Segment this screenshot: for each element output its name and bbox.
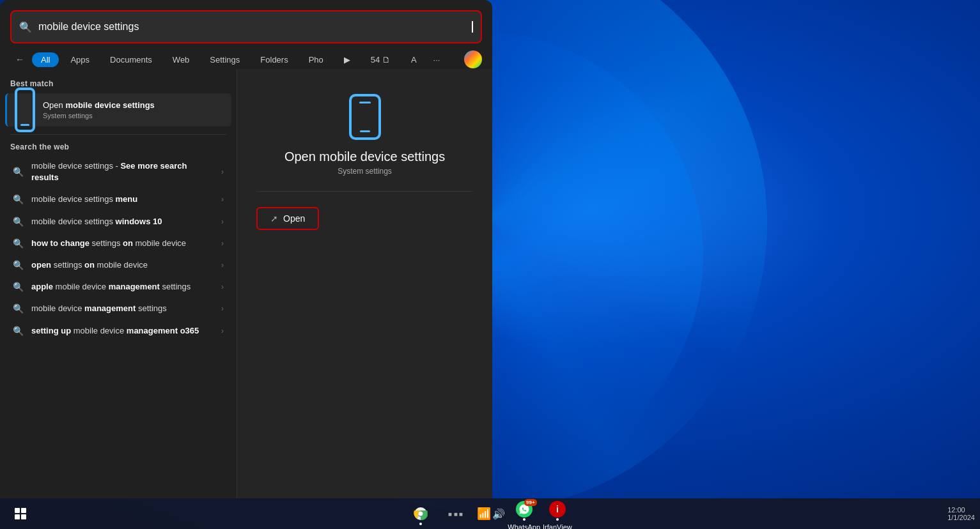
web-search-item-1[interactable]: 🔍 mobile device settings - See more sear… <box>3 155 234 188</box>
search-icon: 🔍 <box>19 21 32 33</box>
tab-documents[interactable]: Documents <box>101 52 161 67</box>
chevron-icon-3: › <box>221 217 224 226</box>
best-match-title-bold: mobile device settings <box>65 100 154 110</box>
svg-text:i: i <box>556 504 559 514</box>
bing-icon <box>464 50 482 68</box>
chevron-icon-2: › <box>221 195 224 204</box>
tab-a[interactable]: A <box>402 52 426 67</box>
tab-folders[interactable]: Folders <box>251 52 297 67</box>
irfanview-label: IrfanView <box>543 523 572 529</box>
search-web-label: Search the web <box>0 142 237 155</box>
result-icon <box>343 95 387 139</box>
taskbar-indicator <box>556 518 559 521</box>
text-cursor <box>472 21 473 33</box>
taskbar-whatsapp[interactable]: 99+ WhatsApp <box>508 496 540 529</box>
web-search-icon-2: 🔍 <box>13 194 24 204</box>
result-subtitle: System settings <box>338 167 392 176</box>
web-search-icon-3: 🔍 <box>13 217 24 227</box>
start-button[interactable] <box>8 501 33 526</box>
taskbar-right: 12:001/1/2024 <box>947 506 975 521</box>
more-button[interactable]: ··· <box>428 52 446 67</box>
open-label: Open <box>283 213 305 224</box>
chevron-icon-5: › <box>221 261 224 270</box>
chevron-icon-7: › <box>221 304 224 313</box>
web-search-item-4[interactable]: 🔍 how to change settings on mobile devic… <box>3 233 234 254</box>
web-search-text-1: mobile device settings - See more search… <box>31 160 214 183</box>
windows-logo-icon <box>15 508 26 519</box>
tab-all[interactable]: All <box>32 52 59 67</box>
clock: 12:001/1/2024 <box>947 506 975 521</box>
web-search-icon-7: 🔍 <box>13 303 24 314</box>
web-search-item-2[interactable]: 🔍 mobile device settings menu › <box>3 188 234 210</box>
whatsapp-badge: 99+ <box>524 499 537 506</box>
web-search-text-3: mobile device settings windows 10 <box>31 216 214 227</box>
tab-pho[interactable]: Pho <box>300 52 332 67</box>
web-search-icon-5: 🔍 <box>13 260 24 270</box>
web-search-icon-1: 🔍 <box>13 167 24 177</box>
back-button[interactable]: ← <box>10 50 29 69</box>
tab-apps[interactable]: Apps <box>61 52 98 67</box>
filter-tabs-bar: ← All Apps Documents Web Settings Folder… <box>0 43 492 69</box>
web-search-text-4: how to change settings on mobile device <box>31 238 214 249</box>
result-title: Open mobile device settings <box>284 150 445 164</box>
web-search-item-8[interactable]: 🔍 setting up mobile device management o3… <box>3 320 234 342</box>
taskbar-chrome[interactable] <box>408 501 433 526</box>
best-match-label: Best match <box>0 79 237 93</box>
web-search-item-3[interactable]: 🔍 mobile device settings windows 10 › <box>3 211 234 233</box>
divider-1 <box>10 134 226 135</box>
web-search-item-6[interactable]: 🔍 apple mobile device management setting… <box>3 276 234 298</box>
web-search-text-7: mobile device management settings <box>31 303 214 314</box>
search-input[interactable]: mobile device settings <box>38 21 465 33</box>
best-match-subtitle: System settings <box>43 112 224 119</box>
chevron-icon-1: › <box>221 167 224 176</box>
tab-web[interactable]: Web <box>164 52 199 67</box>
web-search-text-8: setting up mobile device management o365 <box>31 325 214 337</box>
web-search-text-2: mobile device settings menu <box>31 194 214 205</box>
taskbar-irfanview[interactable]: i IrfanView <box>543 496 572 529</box>
taskbar-center: ■ ■ ■ 📶 🔊 99+ WhatsApp <box>408 496 572 529</box>
open-icon: ➚ <box>270 213 278 224</box>
tab-play[interactable]: ▶ <box>335 52 359 67</box>
whatsapp-label: WhatsApp <box>508 523 540 529</box>
chevron-icon-6: › <box>221 282 224 291</box>
search-content: Best match Open mobile device settings S… <box>0 69 492 498</box>
tab-54[interactable]: 54 🗋 <box>362 52 400 67</box>
whatsapp-icon-btn[interactable]: 99+ <box>510 496 538 522</box>
best-match-text: Open mobile device settings System setti… <box>43 100 224 120</box>
taskbar-indicator <box>523 518 525 521</box>
taskbar-indicator <box>419 523 422 525</box>
taskbar-left <box>8 501 33 526</box>
left-panel: Best match Open mobile device settings S… <box>0 69 237 498</box>
right-panel: Open mobile device settings System setti… <box>237 69 492 498</box>
web-search-icon-6: 🔍 <box>13 282 24 292</box>
search-panel: 🔍 mobile device settings ← All Apps Docu… <box>0 0 492 498</box>
phone-settings-icon <box>15 100 35 120</box>
best-match-item[interactable]: Open mobile device settings System setti… <box>5 93 231 126</box>
tab-settings[interactable]: Settings <box>201 52 249 67</box>
open-button[interactable]: ➚ Open <box>256 207 319 230</box>
web-search-text-5: open settings on mobile device <box>31 259 214 271</box>
svg-point-2 <box>419 512 423 516</box>
result-divider <box>256 191 473 192</box>
search-box[interactable]: 🔍 mobile device settings <box>10 10 482 43</box>
taskbar-system-icons: 📶 🔊 <box>477 507 505 521</box>
best-match-title: Open mobile device settings <box>43 100 224 111</box>
search-input-area: 🔍 mobile device settings <box>0 0 492 43</box>
web-search-icon-4: 🔍 <box>13 238 24 249</box>
chrome-icon <box>414 507 428 521</box>
web-search-item-7[interactable]: 🔍 mobile device management settings › <box>3 298 234 319</box>
taskbar-tray[interactable]: ■ ■ ■ <box>436 501 474 526</box>
irfanview-icon: i <box>549 501 566 518</box>
taskbar: ■ ■ ■ 📶 🔊 99+ WhatsApp <box>0 498 980 529</box>
web-search-text-6: apple mobile device management settings <box>31 281 214 293</box>
chevron-icon-8: › <box>221 326 224 335</box>
chevron-icon-4: › <box>221 239 224 248</box>
web-search-item-5[interactable]: 🔍 open settings on mobile device › <box>3 254 234 276</box>
irfanview-icon-btn[interactable]: i <box>543 496 572 522</box>
web-search-icon-8: 🔍 <box>13 326 24 336</box>
